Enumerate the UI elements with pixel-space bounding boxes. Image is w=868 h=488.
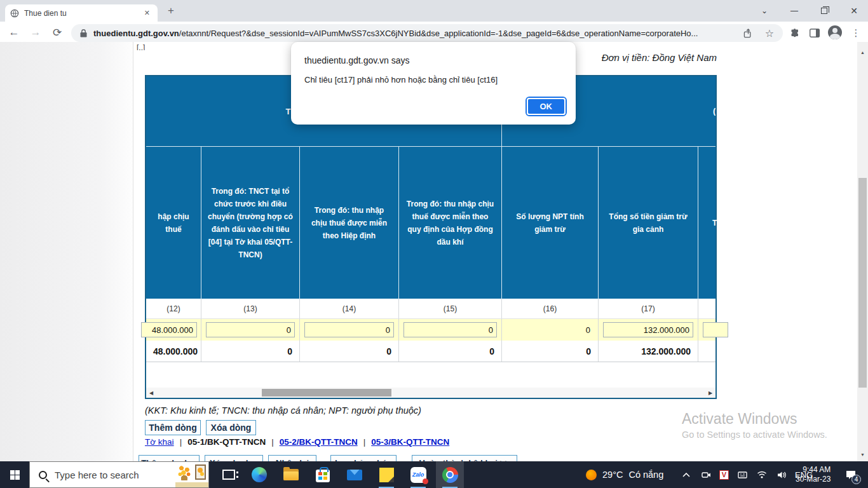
col-header-16: Số lượng NPT tính giảm trừ [502, 147, 599, 299]
clipped-text-fragment: [..] [137, 43, 145, 50]
cell-ct13 [201, 319, 300, 341]
taskbar-zalo[interactable]: Zalo [404, 461, 432, 488]
taskbar-edge[interactable] [245, 461, 273, 488]
volume-icon[interactable] [775, 471, 788, 479]
windows-logo-icon [10, 470, 20, 480]
tab-close-icon[interactable]: ✕ [142, 8, 153, 18]
mail-icon [347, 470, 362, 480]
lock-icon [80, 29, 87, 37]
col-header-15: Trong đó: thu nhập chịu thuế được miễn t… [399, 147, 502, 299]
col-header-13: Trong đó: TNCT tại tổ chức trước khi điề… [201, 147, 300, 299]
globe-icon [10, 9, 19, 18]
total-ct18 [698, 341, 715, 362]
reset-button[interactable]: Nhập lại [268, 455, 316, 461]
sheet-tab-to-khai[interactable]: Tờ khai [145, 437, 174, 447]
cell-ct17 [599, 319, 698, 341]
dialog-ok-focus-ring: OK [526, 97, 567, 116]
taskbar-store[interactable] [309, 461, 337, 488]
extensions-icon[interactable] [788, 26, 802, 40]
save-draft-button[interactable]: Lưu bản nháp [330, 455, 397, 461]
delete-row-button[interactable]: Xóa dòng [206, 420, 256, 435]
table-total-row: 48.000.000 0 0 0 0 132.000.000 [146, 341, 715, 362]
edge-icon [252, 467, 267, 482]
vscroll-thumb[interactable] [858, 178, 867, 388]
system-tray: V ENG [680, 461, 813, 488]
reload-button[interactable]: ⟳ [48, 24, 66, 41]
browser-menu-icon[interactable]: ⋮ [849, 26, 863, 40]
task-view-button[interactable] [215, 461, 243, 488]
meet-now-icon[interactable] [700, 471, 712, 479]
taskbar-sticky-notes[interactable] [372, 461, 400, 488]
table-input-row: 0 [146, 319, 715, 341]
notification-center[interactable]: 4 [845, 461, 857, 488]
notification-icon: 4 [845, 470, 857, 480]
taskbar-mail[interactable] [341, 461, 369, 488]
vscroll-up-icon[interactable]: ▲ [857, 47, 868, 58]
new-tab-button[interactable]: + [164, 3, 178, 18]
input-ct13[interactable] [206, 322, 295, 337]
abbreviation-footnote: (KKT: Khu kinh tế; TNCN: thu nhập cá nhâ… [145, 405, 421, 416]
clock-time: 9:44 AM [796, 465, 831, 475]
sheet-tab-05-2[interactable]: 05-2/BK-QTT-TNCN [280, 437, 358, 447]
chrome-icon [442, 467, 458, 483]
input-ct15[interactable] [403, 322, 497, 337]
cell-ct15 [399, 319, 502, 341]
taskbar-chrome-active[interactable] [436, 461, 464, 488]
add-appendix-button[interactable]: Thêm phụ lục [139, 455, 200, 461]
address-bar[interactable]: thuedientu.gdt.gov.vn/etaxnnt/Request?&d… [71, 24, 783, 42]
col-num: (12) [146, 299, 201, 319]
sheet-tab-05-1-active: 05-1/BK-QTT-TNCN [187, 437, 266, 447]
v-app-tray-icon[interactable]: V [719, 470, 729, 480]
browser-tab[interactable]: Thue dien tu ✕ [5, 4, 158, 22]
delete-appendix-button[interactable]: Xóa phụ lục [205, 455, 263, 461]
windows-taskbar: Type here to search Zalo 29°C C [0, 461, 868, 488]
share-icon[interactable] [741, 26, 755, 40]
hscroll-thumb[interactable] [262, 389, 391, 396]
window-minimize-button[interactable]: — [782, 0, 807, 22]
tray-expand-chevron-icon[interactable] [680, 473, 693, 477]
taskbar-file-explorer[interactable] [277, 461, 305, 488]
add-row-button[interactable]: Thêm dòng [145, 420, 201, 435]
start-button[interactable] [0, 461, 29, 488]
browser-vertical-scrollbar[interactable]: ▲ ▼ [857, 42, 868, 461]
side-panel-icon[interactable] [808, 26, 822, 40]
screen: Thue dien tu ✕ + ⌄ — ✕ ← → ⟳ thuedientu.… [0, 0, 868, 488]
tab-search-icon[interactable]: ⌄ [752, 0, 777, 22]
input-ct18[interactable] [703, 322, 728, 337]
col-num: (17) [599, 299, 698, 319]
input-ct17[interactable] [603, 322, 693, 337]
pen-input-icon[interactable] [736, 471, 749, 479]
total-ct16: 0 [502, 341, 599, 362]
sheet-tab-05-3[interactable]: 05-3/BK-QTT-TNCN [371, 437, 449, 447]
taskbar-search[interactable]: Type here to search [29, 461, 209, 488]
search-daily-art[interactable] [175, 461, 208, 488]
total-ct12: 48.000.000 [146, 341, 201, 362]
bookmark-star-icon[interactable]: ☆ [763, 26, 776, 40]
zalo-icon: Zalo [410, 467, 426, 483]
window-close-button[interactable]: ✕ [841, 0, 867, 22]
table-horizontal-scrollbar[interactable]: ◀ ▶ [146, 388, 715, 398]
hscroll-right-icon[interactable]: ▶ [705, 388, 715, 398]
sunny-weather-icon [586, 470, 597, 480]
window-restore-button[interactable] [811, 0, 837, 22]
input-ct12[interactable] [141, 322, 197, 337]
url-text: thuedientu.gdt.gov.vn/etaxnnt/Request?&d… [93, 29, 698, 38]
col-header-17: Tổng số tiền giảm trừ gia cảnh [599, 147, 698, 299]
activate-windows-watermark: Activate Windows Go to Settings to activ… [682, 410, 827, 440]
profile-avatar[interactable] [828, 25, 842, 39]
cell-ct18-clipped [698, 319, 715, 341]
weather-widget[interactable]: 29°C Có nắng [586, 461, 663, 488]
table-number-row: (12) (13) (14) (15) (16) (17) [146, 299, 715, 319]
dialog-ok-button[interactable]: OK [527, 98, 566, 115]
vscroll-down-icon[interactable]: ▼ [857, 449, 868, 460]
input-ct14[interactable] [304, 322, 394, 337]
javascript-alert-dialog: thuedientu.gdt.gov.vn says Chỉ tiêu [ct1… [291, 42, 576, 125]
file-explorer-icon [283, 469, 299, 480]
back-button[interactable]: ← [5, 24, 23, 41]
clock[interactable]: 9:44 AM 30-Mar-23 [796, 461, 831, 488]
forward-button: → [27, 24, 44, 41]
hscroll-left-icon[interactable]: ◀ [146, 388, 156, 398]
complete-declaration-button[interactable]: Hoàn thành kê khai >> [412, 455, 517, 461]
wifi-icon[interactable] [756, 471, 768, 478]
col-num: (16) [502, 299, 599, 319]
